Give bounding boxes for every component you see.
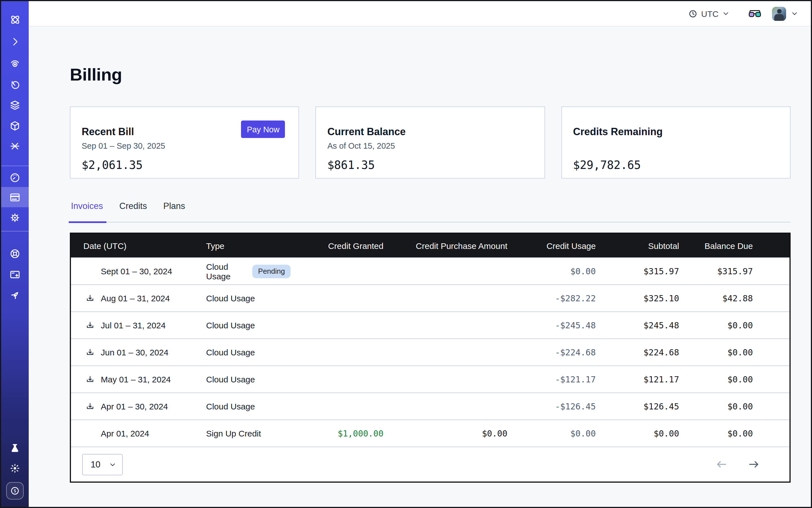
invoice-type: Cloud Usage: [206, 375, 255, 384]
gauge-icon[interactable]: [1, 170, 29, 185]
topbar: UTC: [29, 1, 811, 27]
card-title: Current Balance: [328, 125, 533, 138]
credit-usage-value: -$126.45: [507, 401, 596, 412]
invoice-type: Cloud Usage: [206, 347, 255, 357]
tab-invoices[interactable]: Invoices: [70, 201, 104, 222]
account-menu-chevron-icon[interactable]: [790, 9, 799, 17]
invoice-date: May 01 – 31, 2024: [101, 375, 171, 384]
subtotal-value: $315.97: [596, 266, 679, 276]
invoice-date: Aug 01 – 31, 2024: [101, 293, 170, 303]
next-page-arrow-icon[interactable]: [747, 458, 760, 471]
subtotal-value: $325.10: [596, 293, 679, 303]
credit-purchase-value: $0.00: [383, 428, 507, 438]
asterisk-icon[interactable]: [1, 138, 29, 154]
card-subtitle: Sep 01 – Sep 30, 2025: [82, 140, 288, 152]
download-invoice-icon[interactable]: [86, 321, 95, 330]
invoice-date: Apr 01 – 30, 2024: [101, 401, 168, 411]
app-window: $ UTC Billing Recent Bill Sep 01 – Sep 3…: [0, 0, 812, 508]
table-row: Jul 01 – 31, 2024 Cloud Usage -$245.48 $…: [71, 311, 789, 338]
card-amount: $2,061.35: [82, 158, 288, 172]
recent-bill-card: Recent Bill Sep 01 – Sep 30, 2025 $2,061…: [70, 107, 299, 178]
tab-credits[interactable]: Credits: [118, 201, 148, 222]
glasses-icon[interactable]: [749, 9, 761, 18]
column-header-credit-granted: Credit Granted: [291, 241, 383, 250]
iris-icon[interactable]: [1, 56, 29, 72]
pay-now-button[interactable]: Pay Now: [241, 121, 285, 138]
balance-due-value: $315.97: [679, 266, 753, 276]
avatar[interactable]: [772, 6, 786, 20]
credit-usage-value: -$245.48: [507, 320, 596, 330]
sidebar: $: [1, 1, 29, 507]
card-title: Credits Remaining: [573, 125, 779, 138]
column-header-balance-due: Balance Due: [679, 241, 753, 250]
pagination-controls: [715, 458, 760, 471]
svg-text:$: $: [13, 488, 16, 493]
credit-usage-value: $0.00: [507, 428, 596, 438]
balance-due-value: $42.88: [679, 293, 753, 303]
card-amount: $861.35: [328, 158, 533, 172]
clock-icon: [688, 9, 698, 18]
invoice-date: Jun 01 – 30, 2024: [101, 347, 168, 357]
subtotal-value: $245.48: [596, 320, 679, 330]
status-badge: Pending: [253, 264, 291, 278]
balance-due-value: $0.00: [679, 320, 753, 330]
card-subtitle: [573, 140, 779, 152]
sidebar-divider: [1, 231, 29, 231]
invoice-type: Cloud Usage: [206, 262, 246, 281]
table-footer: 10: [71, 447, 789, 481]
timezone-selector[interactable]: UTC: [688, 9, 730, 18]
tab-plans[interactable]: Plans: [162, 201, 186, 222]
card-plus-icon[interactable]: [1, 266, 29, 282]
dollar-badge-button[interactable]: $: [6, 482, 24, 500]
previous-page-arrow-icon[interactable]: [715, 458, 728, 471]
avatar-silhouette-body: [774, 14, 784, 20]
atom-logo-icon[interactable]: [1, 12, 29, 28]
timer-icon[interactable]: [1, 77, 29, 92]
balance-due-value: $0.00: [679, 428, 753, 438]
avatar-silhouette: [777, 9, 781, 13]
settings-gear-icon[interactable]: [1, 210, 29, 225]
chevron-down-icon: [722, 9, 730, 17]
table-row: May 01 – 31, 2024 Cloud Usage -$121.17 $…: [71, 366, 789, 392]
column-header-credit-usage: Credit Usage: [507, 241, 596, 250]
chevron-down-icon: [109, 460, 117, 468]
invoice-type: Cloud Usage: [206, 321, 255, 330]
timezone-label: UTC: [701, 9, 719, 18]
lifebuoy-icon[interactable]: [1, 246, 29, 261]
sun-icon[interactable]: [1, 460, 29, 476]
invoice-date: Apr 01, 2024: [101, 429, 149, 438]
download-invoice-icon[interactable]: [86, 294, 95, 303]
sidebar-item-billing[interactable]: [1, 189, 29, 205]
download-invoice-icon[interactable]: [86, 402, 95, 411]
flask-icon[interactable]: [1, 440, 29, 456]
invoice-date: Sept 01 – 30, 2024: [101, 266, 172, 276]
subtotal-value: $224.68: [596, 347, 679, 357]
download-invoice-icon[interactable]: [86, 348, 95, 357]
balance-due-value: $0.00: [679, 401, 753, 412]
box-icon[interactable]: [1, 118, 29, 133]
layers-icon[interactable]: [1, 97, 29, 113]
table-row: Sept 01 – 30, 2024 Cloud UsagePending $0…: [71, 257, 789, 285]
table-row: Apr 01, 2024 Sign Up Credit $1,000.00 $0…: [71, 420, 789, 447]
table-row: Jun 01 – 30, 2024 Cloud Usage -$224.68 $…: [71, 338, 789, 366]
card-subtitle: As of Oct 15, 2025: [328, 140, 533, 152]
column-header-date: Date (UTC): [71, 241, 206, 250]
column-header-credit-purchase: Credit Purchase Amount: [383, 241, 507, 250]
chevron-right-icon[interactable]: [1, 34, 29, 50]
invoice-date: Jul 01 – 31, 2024: [101, 321, 166, 330]
subtotal-value: $126.45: [596, 401, 679, 412]
page-size-select[interactable]: 10: [82, 454, 123, 475]
rocket-icon[interactable]: [1, 287, 29, 303]
page-size-value: 10: [91, 459, 100, 469]
download-invoice-icon[interactable]: [86, 375, 95, 384]
credits-remaining-card: Credits Remaining $29,782.65: [561, 107, 790, 178]
invoices-table: Date (UTC) Type Credit Granted Credit Pu…: [70, 232, 790, 483]
invoice-type: Cloud Usage: [206, 293, 255, 303]
table-row: Aug 01 – 31, 2024 Cloud Usage -$282.22 $…: [71, 285, 789, 311]
main-content: Billing Recent Bill Sep 01 – Sep 30, 202…: [70, 27, 790, 483]
balance-due-value: $0.00: [679, 347, 753, 357]
table-header: Date (UTC) Type Credit Granted Credit Pu…: [71, 234, 789, 257]
balance-due-value: $0.00: [679, 374, 753, 384]
column-header-subtotal: Subtotal: [596, 241, 679, 250]
credit-usage-value: -$282.22: [507, 293, 596, 303]
